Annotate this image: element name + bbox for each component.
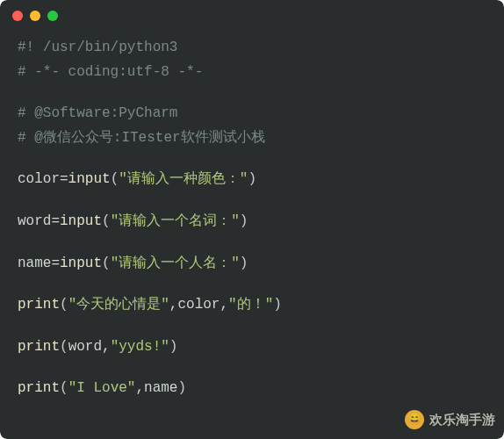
code-line: # @微信公众号:ITester软件测试小栈 (18, 127, 486, 150)
watermark: 😄 欢乐淘手游 (405, 409, 495, 430)
blank-line (18, 151, 486, 167)
code-line: print("I Love",name) (18, 378, 486, 400)
paren: ( (60, 297, 68, 313)
paren: ( (102, 213, 111, 229)
paren: ) (177, 380, 186, 396)
assign: name= (18, 255, 60, 271)
code-line: print(word,"yyds!") (18, 336, 486, 359)
close-dot-icon[interactable] (12, 11, 23, 21)
window-titlebar (0, 0, 504, 32)
shebang-comment: #! /usr/bin/python3 (18, 40, 177, 55)
paren: ( (60, 339, 68, 355)
fn-call: input (60, 255, 102, 271)
code-area: #! /usr/bin/python3 # -*- coding:utf-8 -… (0, 32, 504, 420)
paren: ) (273, 297, 282, 313)
code-line: #! /usr/bin/python3 (18, 37, 486, 60)
string-literal: "yyds!" (111, 339, 169, 355)
fn-call: print (18, 380, 60, 396)
paren: ) (240, 255, 248, 271)
string-literal: "请输入一个人名：" (111, 255, 240, 271)
encoding-comment: # -*- coding:utf-8 -*- (18, 64, 203, 80)
string-literal: "请输入一种颜色：" (119, 171, 248, 187)
fn-call: input (60, 213, 102, 229)
string-literal: "请输入一个名词：" (111, 213, 240, 229)
comment-text: :PyCharm (111, 105, 178, 121)
args: ,color, (169, 297, 228, 313)
code-editor-window: #! /usr/bin/python3 # -*- coding:utf-8 -… (0, 0, 504, 439)
fn-call: print (18, 339, 60, 355)
string-literal: "I Love" (68, 380, 136, 396)
assign: color= (18, 171, 68, 187)
fn-call: print (18, 297, 60, 313)
fn-call: input (68, 171, 111, 187)
code-line: color=input("请输入一种颜色：") (18, 169, 486, 191)
blank-line (18, 277, 486, 292)
code-line: name=input("请输入一个人名：") (18, 253, 486, 276)
smile-icon: 😄 (405, 410, 424, 429)
at-tag: @Software (34, 105, 110, 121)
code-line: # @Software:PyCharm (18, 103, 486, 126)
comment-text: # @微信公众号:ITester软件测试小栈 (18, 130, 265, 146)
blank-line (18, 360, 486, 376)
zoom-dot-icon[interactable] (47, 11, 58, 21)
args: word, (68, 339, 111, 355)
code-line: word=input("请输入一个名词：") (18, 211, 486, 234)
comment-hash: # (18, 105, 34, 121)
watermark-text: 欢乐淘手游 (429, 409, 495, 430)
minimize-dot-icon[interactable] (30, 11, 40, 21)
blank-line (18, 235, 486, 251)
assign: word= (18, 213, 60, 229)
string-literal: "今天的心情是" (68, 297, 169, 313)
paren: ( (60, 380, 68, 396)
string-literal: "的！" (228, 297, 273, 313)
args: ,name (135, 380, 177, 396)
emoji: 😄 (407, 411, 421, 429)
paren: ) (248, 171, 256, 187)
paren: ) (240, 213, 248, 229)
paren: ( (102, 255, 111, 271)
paren: ( (111, 171, 119, 187)
code-line: print("今天的心情是",color,"的！") (18, 294, 486, 317)
blank-line (18, 85, 486, 101)
code-line: # -*- coding:utf-8 -*- (18, 61, 486, 84)
blank-line (18, 319, 486, 335)
blank-line (18, 193, 486, 209)
paren: ) (169, 339, 178, 355)
